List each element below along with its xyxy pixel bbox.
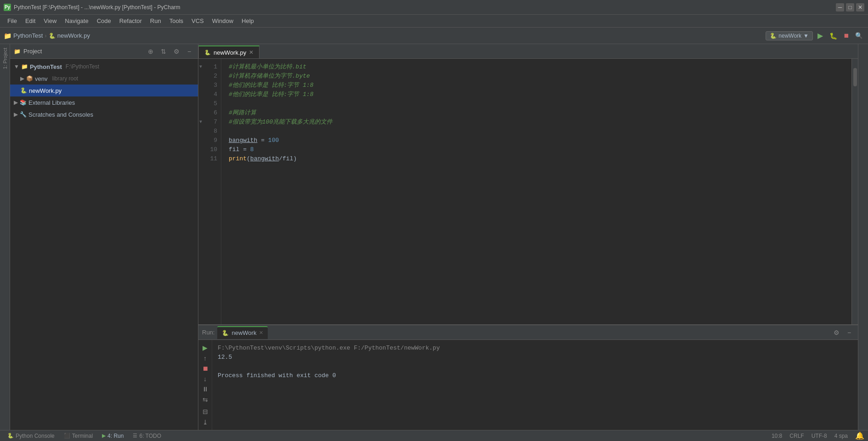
run-status-icon: ▶ <box>102 433 106 439</box>
terminal-tab[interactable]: ⬛ Terminal <box>60 432 96 440</box>
python-console-tab[interactable]: 🐍 Python Console <box>4 432 58 440</box>
debug-button[interactable]: 🐛 <box>828 30 839 41</box>
run-config-selector[interactable]: 🐍 newWork ▼ <box>766 31 813 40</box>
menu-file[interactable]: File <box>4 17 21 25</box>
file-py-icon: 🐍 <box>49 33 56 39</box>
breadcrumb-project[interactable]: PythonTest <box>13 32 43 39</box>
menu-view[interactable]: View <box>40 17 60 25</box>
menu-refactor[interactable]: Refactor <box>116 17 146 25</box>
project-panel-add-btn[interactable]: ⊕ <box>146 46 156 57</box>
title-text: PythonTest [F:\PythonTest] - ...\newWork… <box>14 4 836 11</box>
maximize-button[interactable]: □ <box>846 3 854 11</box>
expand-icon-scratches: ▶ <box>14 111 18 118</box>
code-line-10: fil = 8 <box>229 145 844 154</box>
notifications-icon[interactable]: 🔔 <box>855 431 864 440</box>
tree-external-libs[interactable]: ▶ 📚 External Libraries <box>10 96 198 108</box>
project-side-label[interactable]: 1: Project <box>1 44 9 73</box>
code-line-2: #计算机存储单位为字节.byte <box>229 72 844 81</box>
print-func: print <box>229 155 247 162</box>
menu-navigate[interactable]: Navigate <box>61 17 92 25</box>
toolbar: 📁 PythonTest › 🐍 newWork.py 🐍 newWork ▼ … <box>0 28 868 44</box>
line-ending[interactable]: CRLF <box>789 433 804 439</box>
menu-code[interactable]: Code <box>93 17 115 25</box>
run-status-label: 4: Run <box>107 433 124 439</box>
run-navigate-btn[interactable]: ⤓ <box>200 418 210 427</box>
run-button[interactable]: ▶ <box>815 30 826 41</box>
project-panel-settings-btn[interactable]: ⚙ <box>171 46 181 57</box>
tree-venv[interactable]: ▶ 📦 venv library root <box>10 73 198 85</box>
code-line-7: #假设带宽为100兆能下载多大兆的文件 <box>229 118 844 127</box>
run-play-btn[interactable]: ▶ <box>200 344 210 352</box>
run-panel-settings-btn[interactable]: ⚙ <box>831 328 841 338</box>
python-console-label: Python Console <box>16 433 55 439</box>
menu-run[interactable]: Run <box>147 17 165 25</box>
stop-button[interactable]: ⏹ <box>840 30 851 41</box>
app-icon: Py <box>4 4 11 11</box>
run-status-tab[interactable]: ▶ 4: Run <box>98 432 127 440</box>
status-tabs: 🐍 Python Console ⬛ Terminal ▶ 4: Run ☰ 6… <box>4 432 165 440</box>
encoding[interactable]: UTF-8 <box>812 433 827 439</box>
root-folder-icon: 📁 <box>21 63 28 70</box>
output-empty <box>218 362 852 371</box>
run-scroll-up-btn[interactable]: ↑ <box>200 354 210 363</box>
print-bangwith: bangwith <box>250 155 279 162</box>
assign-op: = <box>257 137 268 144</box>
newwork-label: newWork.py <box>29 87 62 94</box>
run-stop-btn[interactable]: ⏹ <box>200 364 210 373</box>
fold-icon-1[interactable]: ▼ <box>199 62 202 72</box>
bottom-tab-bar: Run: 🐍 newWork ✕ ⚙ − <box>198 325 858 340</box>
indent-info[interactable]: 4 spa <box>834 433 848 439</box>
project-panel-hide-btn[interactable]: − <box>184 46 194 57</box>
line-num-4: 4 <box>198 90 221 99</box>
tab-close-btn[interactable]: ✕ <box>249 49 254 56</box>
menu-help[interactable]: Help <box>238 17 258 25</box>
close-button[interactable]: ✕ <box>856 3 864 11</box>
run-panel-hide-btn[interactable]: − <box>844 328 854 338</box>
code-content[interactable]: #计算机最小单位为比特.bit #计算机存储单位为字节.byte #他们的比率是… <box>221 59 851 324</box>
tab-label: newWork.py <box>214 49 246 56</box>
todo-tab[interactable]: ☰ 6: TODO <box>129 432 165 440</box>
root-name: PythonTest <box>30 63 62 70</box>
root-path: F:\PythonTest <box>66 63 99 70</box>
run-wrap-btn[interactable]: ⇆ <box>200 396 210 404</box>
line-num-8: 8 <box>198 127 221 136</box>
breadcrumb-separator: › <box>45 32 46 39</box>
minimize-button[interactable]: ─ <box>836 3 844 11</box>
expand-icon-ext: ▶ <box>14 99 18 106</box>
fil-var: fil <box>229 146 239 153</box>
project-panel-scroll-btn[interactable]: ⇅ <box>158 46 169 57</box>
fold-icon-7[interactable]: ▼ <box>199 118 202 127</box>
search-everywhere-button[interactable]: 🔍 <box>853 30 864 41</box>
expand-icon-venv: ▶ <box>20 75 24 82</box>
run-filter-btn[interactable]: ⊟ <box>200 407 210 416</box>
line-numbers: ▼ 1 2 3 4 5 6 ▼ 7 8 9 10 11 <box>198 59 221 324</box>
title-bar: Py PythonTest [F:\PythonTest] - ...\newW… <box>0 0 868 15</box>
scratches-label: Scratches and Consoles <box>28 111 93 118</box>
breadcrumb-file[interactable]: newWork.py <box>57 32 90 39</box>
output-exit: Process finished with exit code 0 <box>218 371 852 380</box>
tree-root[interactable]: ▼ 📁 PythonTest F:\PythonTest <box>10 61 198 73</box>
menu-edit[interactable]: Edit <box>22 17 39 25</box>
run-pause-btn[interactable]: ⏸ <box>200 385 210 394</box>
tree-scratches[interactable]: ▶ 🔧 Scratches and Consoles <box>10 108 198 120</box>
cursor-position[interactable]: 10:8 <box>772 433 782 439</box>
py-file-icon: 🐍 <box>20 87 27 94</box>
terminal-icon: ⬛ <box>64 433 70 439</box>
menu-bar: File Edit View Navigate Code Refactor Ru… <box>0 15 868 28</box>
venv-sublabel: library root <box>52 75 78 82</box>
run-tab-close[interactable]: ✕ <box>259 330 263 336</box>
scrollbar-thumb <box>853 68 857 86</box>
menu-vcs[interactable]: VCS <box>188 17 208 25</box>
code-line-9: bangwith = 100 <box>229 136 844 145</box>
scratches-icon: 🔧 <box>20 111 27 118</box>
editor-scrollbar[interactable] <box>851 59 858 324</box>
run-scroll-down-btn[interactable]: ↓ <box>200 375 210 384</box>
run-tab-newwork[interactable]: 🐍 newWork ✕ <box>217 326 268 339</box>
tree-newwork[interactable]: 🐍 newWork.py <box>10 85 198 96</box>
output-result: 12.5 <box>218 353 852 362</box>
run-config-icon: 🐍 <box>770 33 777 39</box>
print-paren-close: ) <box>293 155 297 162</box>
tab-newwork[interactable]: 🐍 newWork.py ✕ <box>198 45 259 58</box>
menu-window[interactable]: Window <box>209 17 237 25</box>
menu-tools[interactable]: Tools <box>166 17 187 25</box>
